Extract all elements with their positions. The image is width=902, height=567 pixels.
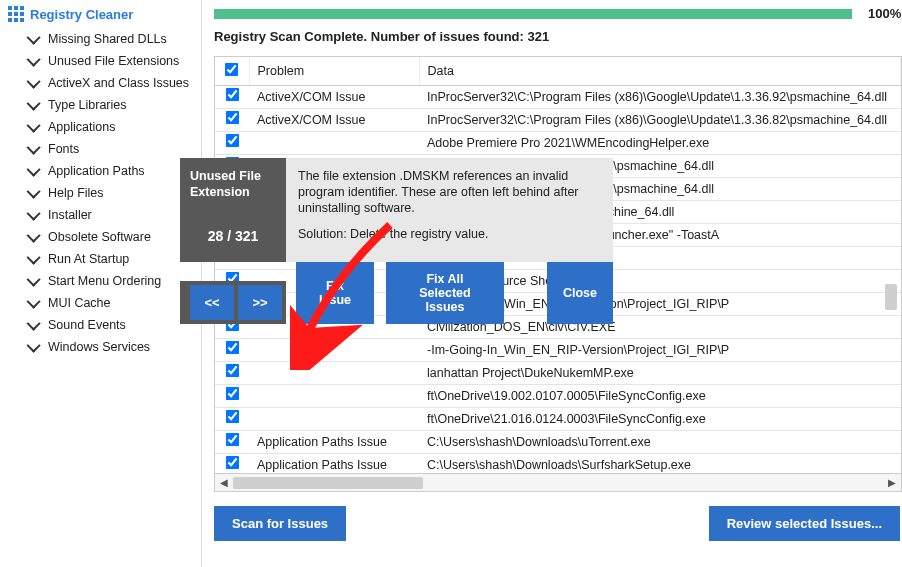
check-icon xyxy=(27,273,41,287)
vertical-scrollbar[interactable] xyxy=(885,112,899,322)
sidebar-item-label: Fonts xyxy=(48,140,79,158)
sidebar-item[interactable]: Unused File Extensions xyxy=(8,50,201,72)
sidebar-item[interactable]: Sound Events xyxy=(8,314,201,336)
check-icon xyxy=(27,163,41,177)
row-checkbox[interactable] xyxy=(225,341,239,355)
row-problem xyxy=(249,385,419,408)
select-all-checkbox[interactable] xyxy=(225,63,239,77)
row-checkbox-cell[interactable] xyxy=(215,454,249,476)
scroll-left-arrow[interactable]: ◀ xyxy=(215,474,233,492)
popup-counter: 28 / 321 xyxy=(190,228,276,244)
row-checkbox-cell[interactable] xyxy=(215,339,249,362)
row-data: lanhattan Project\DukeNukemMP.exe xyxy=(419,362,901,385)
fix-issue-button[interactable]: Fix Issue xyxy=(296,262,374,324)
row-checkbox[interactable] xyxy=(225,364,239,378)
table-row[interactable]: Adobe Premiere Pro 2021\WMEncodingHelper… xyxy=(215,132,901,155)
sidebar-item[interactable]: Type Libraries xyxy=(8,94,201,116)
sidebar-header[interactable]: Registry Cleaner xyxy=(8,4,201,28)
close-popup-button[interactable]: Close xyxy=(547,262,613,324)
scroll-right-arrow[interactable]: ▶ xyxy=(883,474,901,492)
row-checkbox-cell[interactable] xyxy=(215,408,249,431)
check-icon xyxy=(27,317,41,331)
horizontal-scrollbar[interactable]: ◀ ▶ xyxy=(215,473,901,491)
review-button[interactable]: Review selected Issues... xyxy=(709,506,900,541)
row-data: InProcServer32\C:\Program Files (x86)\Go… xyxy=(419,109,901,132)
popup-body-2: Solution: Delete the registry value. xyxy=(298,226,601,242)
col-data[interactable]: Data xyxy=(419,57,901,86)
row-checkbox[interactable] xyxy=(225,387,239,401)
row-checkbox[interactable] xyxy=(225,410,239,424)
sidebar-item[interactable]: Installer xyxy=(8,204,201,226)
col-checkbox[interactable] xyxy=(215,57,249,86)
row-data: C:\Users\shash\Downloads\SurfsharkSetup.… xyxy=(419,454,901,476)
check-icon xyxy=(27,229,41,243)
row-checkbox-cell[interactable] xyxy=(215,362,249,385)
row-checkbox[interactable] xyxy=(225,88,239,102)
sidebar-item[interactable]: Missing Shared DLLs xyxy=(8,28,201,50)
table-row[interactable]: ActiveX/COM IssueInProcServer32\C:\Progr… xyxy=(215,86,901,109)
table-row[interactable]: lanhattan Project\DukeNukemMP.exe xyxy=(215,362,901,385)
sidebar-item[interactable]: ActiveX and Class Issues xyxy=(8,72,201,94)
row-checkbox-cell[interactable] xyxy=(215,431,249,454)
sidebar-item-label: Type Libraries xyxy=(48,96,127,114)
progress-pct: 100% xyxy=(855,6,901,21)
sidebar-item[interactable]: Obsolete Software xyxy=(8,226,201,248)
popup-body-1: The file extension .DMSKM references an … xyxy=(298,168,601,216)
row-data: ft\OneDrive\21.016.0124.0003\FileSyncCon… xyxy=(419,408,901,431)
row-checkbox-cell[interactable] xyxy=(215,86,249,109)
sidebar-item[interactable]: Start Menu Ordering xyxy=(8,270,201,292)
popup-prev-button[interactable]: << xyxy=(190,285,234,320)
row-checkbox[interactable] xyxy=(225,134,239,148)
sidebar-item[interactable]: Fonts xyxy=(8,138,201,160)
check-icon xyxy=(27,339,41,353)
vertical-scroll-thumb[interactable] xyxy=(885,284,897,310)
sidebar-item-label: ActiveX and Class Issues xyxy=(48,74,189,92)
progress-bar xyxy=(214,9,852,19)
scan-button[interactable]: Scan for Issues xyxy=(214,506,346,541)
sidebar-item-label: Applications xyxy=(48,118,115,136)
col-problem[interactable]: Problem xyxy=(249,57,419,86)
check-icon xyxy=(27,207,41,221)
row-checkbox[interactable] xyxy=(225,433,239,447)
check-icon xyxy=(27,119,41,133)
sidebar-item-label: Run At Startup xyxy=(48,250,129,268)
row-data: ft\OneDrive\19.002.0107.0005\FileSyncCon… xyxy=(419,385,901,408)
sidebar-title: Registry Cleaner xyxy=(30,7,133,22)
sidebar-item[interactable]: Run At Startup xyxy=(8,248,201,270)
table-row[interactable]: -Im-Going-In_Win_EN_RIP-Version\Project_… xyxy=(215,339,901,362)
table-row[interactable]: Application Paths IssueC:\Users\shash\Do… xyxy=(215,454,901,476)
table-row[interactable]: ActiveX/COM IssueInProcServer32\C:\Progr… xyxy=(215,109,901,132)
sidebar-item[interactable]: MUI Cache xyxy=(8,292,201,314)
popup-next-button[interactable]: >> xyxy=(238,285,282,320)
table-row[interactable]: ft\OneDrive\19.002.0107.0005\FileSyncCon… xyxy=(215,385,901,408)
row-data: C:\Users\shash\Downloads\uTorrent.exe xyxy=(419,431,901,454)
sidebar-item[interactable]: Windows Services xyxy=(8,336,201,358)
sidebar: Registry Cleaner Missing Shared DLLsUnus… xyxy=(0,0,202,567)
row-problem: ActiveX/COM Issue xyxy=(249,86,419,109)
row-problem: Application Paths Issue xyxy=(249,431,419,454)
table-row[interactable]: Application Paths IssueC:\Users\shash\Do… xyxy=(215,431,901,454)
check-icon xyxy=(27,75,41,89)
table-row[interactable]: ft\OneDrive\21.016.0124.0003\FileSyncCon… xyxy=(215,408,901,431)
row-checkbox[interactable] xyxy=(225,456,239,470)
check-icon xyxy=(27,31,41,45)
grid-icon xyxy=(8,6,24,22)
row-checkbox-cell[interactable] xyxy=(215,109,249,132)
row-data: InProcServer32\C:\Program Files (x86)\Go… xyxy=(419,86,901,109)
check-icon xyxy=(27,185,41,199)
row-problem xyxy=(249,408,419,431)
sidebar-item[interactable]: Help Files xyxy=(8,182,201,204)
row-data: -Im-Going-In_Win_EN_RIP-Version\Project_… xyxy=(419,339,901,362)
horizontal-scroll-thumb[interactable] xyxy=(233,477,423,489)
sidebar-item[interactable]: Application Paths xyxy=(8,160,201,182)
row-checkbox-cell[interactable] xyxy=(215,132,249,155)
fix-all-button[interactable]: Fix All Selected Issues xyxy=(386,262,504,324)
issue-popup: Unused File Extension 28 / 321 The file … xyxy=(180,158,613,324)
sidebar-item-label: Installer xyxy=(48,206,92,224)
sidebar-item-label: Sound Events xyxy=(48,316,126,334)
row-checkbox[interactable] xyxy=(225,111,239,125)
row-checkbox-cell[interactable] xyxy=(215,385,249,408)
row-problem xyxy=(249,362,419,385)
sidebar-item[interactable]: Applications xyxy=(8,116,201,138)
scan-status: Registry Scan Complete. Number of issues… xyxy=(214,21,902,56)
